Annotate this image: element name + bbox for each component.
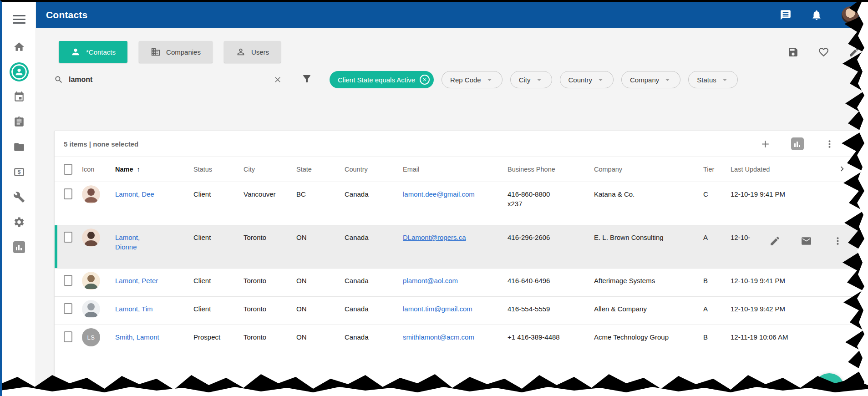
clear-search-icon[interactable]	[273, 75, 282, 84]
favorite-icon[interactable]	[818, 46, 829, 58]
contacts-icon-active[interactable]	[10, 62, 29, 81]
billing-icon[interactable]: $	[13, 166, 25, 178]
row-checkbox[interactable]	[64, 188, 72, 199]
chip-company[interactable]: Company	[621, 71, 680, 88]
col-icon: Icon	[82, 166, 115, 173]
email-link[interactable]: lamont.tim@gmail.com	[403, 305, 472, 313]
col-status[interactable]: Status	[193, 166, 244, 173]
filter-icon[interactable]	[301, 73, 312, 86]
save-icon[interactable]	[787, 46, 799, 58]
row-more-options-icon[interactable]	[832, 235, 843, 247]
company-cell: Katana & Co.	[594, 189, 703, 199]
chip-client-state-label: Client State equals Active	[338, 76, 415, 84]
calendar-icon[interactable]	[13, 91, 25, 103]
user-avatar[interactable]	[842, 6, 859, 24]
edit-row-icon[interactable]	[769, 235, 781, 247]
tier-cell: B	[703, 332, 731, 342]
chat-icon[interactable]	[780, 9, 792, 21]
reports-icon[interactable]	[13, 241, 25, 253]
chip-status[interactable]: Status	[688, 71, 738, 88]
col-email[interactable]: Email	[403, 166, 508, 173]
email-link[interactable]: plamont@aol.com	[403, 277, 458, 284]
tasks-icon[interactable]	[13, 116, 25, 128]
chip-city[interactable]: City	[510, 71, 552, 88]
contact-photo	[82, 185, 100, 203]
tab-contacts[interactable]: *Contacts	[59, 41, 127, 63]
status-cell: Client	[193, 233, 244, 242]
col-name[interactable]: Name↑	[115, 166, 193, 173]
updated-cell: 12-11-19 10:06 AM	[731, 332, 817, 342]
updated-cell: 12-10-19 9:42 PM	[731, 304, 817, 314]
tab-companies[interactable]: Companies	[139, 41, 213, 63]
home-icon[interactable]	[13, 41, 25, 53]
col-updated[interactable]: Last Updated	[731, 166, 817, 173]
notifications-icon[interactable]	[811, 9, 822, 21]
table-row-selected[interactable]: Lamont, Dionne Client Toronto ON Canada …	[55, 225, 862, 269]
col-company[interactable]: Company	[594, 166, 703, 173]
person-icon	[71, 47, 81, 57]
state-cell: ON	[296, 276, 345, 285]
settings-icon[interactable]	[13, 216, 25, 228]
add-icon[interactable]	[760, 138, 771, 150]
edit-icon[interactable]	[848, 46, 860, 58]
tier-cell: A	[703, 304, 731, 314]
col-tier[interactable]: Tier	[703, 166, 731, 173]
company-cell: Afterimage Systems	[594, 276, 703, 285]
email-row-icon[interactable]	[801, 235, 812, 247]
city-cell: Toronto	[244, 233, 296, 242]
person-outline-icon	[236, 47, 246, 57]
table-row[interactable]: Lamont, Tim Client Toronto ON Canada lam…	[55, 297, 862, 325]
more-options-icon[interactable]	[824, 138, 835, 150]
contact-photo	[82, 272, 100, 290]
contact-name-link[interactable]: Smith, Lamont	[115, 333, 159, 341]
contact-photo	[82, 228, 100, 247]
select-all-checkbox[interactable]	[64, 164, 72, 175]
email-link[interactable]: DLamont@rogers.ca	[403, 234, 466, 241]
country-cell: Canada	[345, 276, 403, 285]
country-cell: Canada	[345, 304, 403, 314]
menu-icon[interactable]	[13, 13, 25, 26]
email-link[interactable]: smithlamont@acm.com	[403, 333, 474, 341]
folder-icon[interactable]	[13, 141, 25, 153]
chip-city-label: City	[519, 76, 531, 84]
tab-contacts-label: *Contacts	[86, 48, 116, 56]
phone-cell: 416-296-2606	[508, 233, 594, 242]
plus-icon	[823, 382, 835, 394]
phone-cell: 416-554-5559	[508, 304, 594, 314]
chip-client-state[interactable]: Client State equals Active	[330, 71, 434, 88]
status-cell: Client	[193, 304, 244, 314]
remove-chip-icon[interactable]	[420, 75, 430, 85]
city-cell: Toronto	[244, 304, 296, 314]
col-state[interactable]: State	[296, 166, 345, 173]
contact-name-link[interactable]: Lamont, Tim	[115, 305, 153, 313]
contact-name-link[interactable]: Lamont, Dee	[115, 190, 154, 198]
row-checkbox[interactable]	[64, 331, 72, 342]
contact-name-link[interactable]: Lamont, Peter	[115, 277, 158, 284]
chart-view-icon[interactable]	[791, 137, 804, 150]
scroll-columns-right-icon[interactable]	[837, 164, 862, 175]
col-phone[interactable]: Business Phone	[508, 166, 594, 173]
phone-cell: +1 416-389-4488	[508, 332, 594, 342]
chip-country[interactable]: Country	[560, 71, 614, 88]
tier-cell: A	[703, 233, 731, 242]
row-checkbox[interactable]	[64, 303, 72, 314]
state-cell: ON	[296, 233, 345, 242]
tab-users[interactable]: Users	[224, 41, 281, 63]
row-checkbox[interactable]	[64, 275, 72, 286]
table-row[interactable]: Lamont, Dee Client Vancouver BC Canada l…	[55, 182, 862, 225]
col-country[interactable]: Country	[345, 166, 403, 173]
email-link[interactable]: lamont.dee@gmail.com	[403, 190, 475, 198]
table-row[interactable]: LS Smith, Lamont Prospect Toronto ON Can…	[55, 325, 862, 365]
search-input[interactable]	[69, 76, 273, 84]
status-cell: Prospect	[193, 332, 244, 342]
chip-rep-code[interactable]: Rep Code	[442, 71, 503, 88]
chip-country-label: Country	[569, 76, 593, 84]
page-title: Contacts	[46, 10, 87, 20]
main-content: *Contacts Companies Users	[36, 28, 868, 396]
tools-icon[interactable]	[13, 191, 25, 203]
col-city[interactable]: City	[244, 166, 296, 173]
row-checkbox[interactable]	[64, 232, 72, 243]
contact-name-link[interactable]: Lamont, Dionne	[115, 233, 152, 252]
table-row[interactable]: Lamont, Peter Client Toronto ON Canada p…	[55, 269, 862, 297]
country-cell: Canada	[345, 233, 403, 242]
